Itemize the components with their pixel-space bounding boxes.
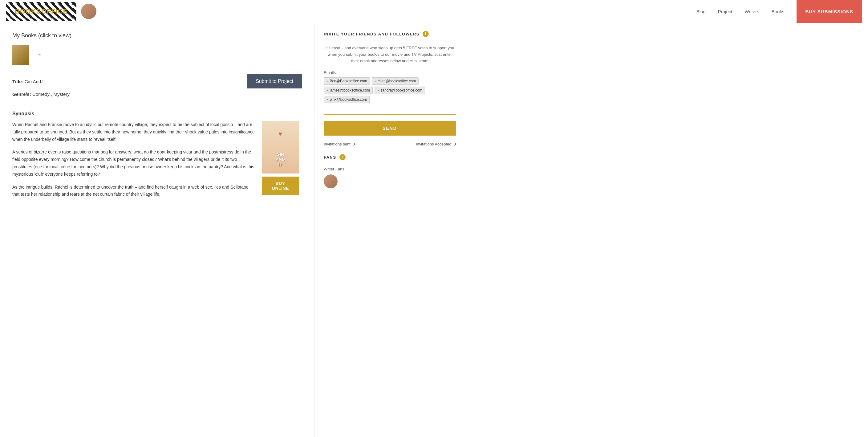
book-title-label: Title: Gin And It xyxy=(12,79,45,84)
remove-email-5[interactable]: × xyxy=(327,98,328,101)
nav-books[interactable]: Books xyxy=(772,9,784,14)
remove-email-2[interactable]: × xyxy=(375,79,376,83)
writer-fans-label: Writer Fans xyxy=(324,167,456,171)
my-books-title: My Books (click to view) xyxy=(12,32,302,39)
email-tag-2-value: ellen@booksoffice.com xyxy=(378,79,416,83)
email-tag-1-value: Ben@Booksoffice.com xyxy=(330,79,367,83)
synopsis-p2: A series of bizarre events raise questio… xyxy=(12,149,256,178)
avatar-image xyxy=(81,4,96,19)
logo[interactable]: BOOKSOFFICE xyxy=(6,2,76,21)
invite-title-text: INVITE YOUR FRIENDS AND FOLLOWERS xyxy=(324,32,420,36)
book-thumb-image xyxy=(12,45,29,65)
nav-project[interactable]: Project xyxy=(718,9,733,14)
logo-text: BOOKSOFFICE xyxy=(10,4,73,19)
book-cover-image: ♥ GINANDIT xyxy=(262,121,299,174)
remove-email-3[interactable]: × xyxy=(327,88,328,92)
header-left: BOOKSOFFICE xyxy=(6,2,96,21)
book-thumbnails: + xyxy=(12,45,302,65)
main-nav: Blog Project Writers Books BUY SUBMISSIO… xyxy=(696,0,862,23)
heart-icon: ♥ xyxy=(278,130,282,138)
invitations-accepted: Invitations Accepted: 0 xyxy=(416,142,456,146)
invitations-sent-count: 0 xyxy=(353,142,355,146)
title-key: Title: xyxy=(12,79,23,84)
nav-blog[interactable]: Blog xyxy=(696,9,706,14)
genre-row: Genre/s: Comedy , Mystery xyxy=(12,91,302,97)
email-tag-5[interactable]: × pink@booksoffice.com xyxy=(324,96,370,103)
synopsis-section: Synopsis When Rachel and Frankie move to… xyxy=(12,111,302,204)
buy-submissions-button[interactable]: BUY SUBMISSIONS xyxy=(797,0,862,23)
email-tag-4-value: sandra@booksoffice.com xyxy=(381,88,422,92)
genre-key: Genre/s: xyxy=(12,91,31,97)
synopsis-title: Synopsis xyxy=(12,111,302,116)
invite-divider xyxy=(324,40,456,40)
invitations-accepted-count: 0 xyxy=(454,142,456,146)
fans-info-icon[interactable]: i xyxy=(339,154,346,160)
buy-online-button[interactable]: BUY ONLINE xyxy=(262,177,299,195)
submit-to-project-button[interactable]: Submit to Project xyxy=(247,74,302,88)
left-content: My Books (click to view) + Title: Gin An… xyxy=(0,23,314,437)
send-button[interactable]: SEND xyxy=(324,121,456,136)
remove-email-1[interactable]: × xyxy=(327,79,328,83)
fans-section: FANS i Writer Fans xyxy=(324,154,456,188)
email-tags-row: × Ben@Booksoffice.com × ellen@booksoffic… xyxy=(324,77,456,103)
invite-section-title: INVITE YOUR FRIENDS AND FOLLOWERS i xyxy=(324,31,456,37)
genre-values: Comedy , Mystery xyxy=(32,91,70,97)
invite-description: It's easy – and everyone who signs up ge… xyxy=(324,45,456,64)
remove-email-4[interactable]: × xyxy=(377,88,379,92)
right-sidebar: INVITE YOUR FRIENDS AND FOLLOWERS i It's… xyxy=(314,23,465,437)
fans-title-text: FANS xyxy=(324,155,336,159)
fans-divider xyxy=(324,162,456,162)
fans-title: FANS i xyxy=(324,154,456,160)
book-info-section: Title: Gin And It Submit to Project Genr… xyxy=(12,74,302,97)
invite-info-icon[interactable]: i xyxy=(423,31,429,37)
invitations-accepted-label: Invitations Accepted: xyxy=(416,142,453,146)
section-divider xyxy=(12,103,302,103)
book-cover-title: GINANDIT xyxy=(276,152,285,167)
book-cover: ♥ GINANDIT BUY ONLINE xyxy=(262,121,302,204)
title-value: Gin And It xyxy=(25,79,45,84)
fan-avatar xyxy=(324,174,338,188)
invitations-sent: Invitations sent: 0 xyxy=(324,142,355,146)
emails-label: Emails: xyxy=(324,70,456,75)
invitations-sent-label: Invitations sent: xyxy=(324,142,351,146)
email-tag-3-value: james@booksoffice.com xyxy=(330,88,370,92)
email-input[interactable] xyxy=(324,107,456,113)
email-tag-2[interactable]: × ellen@booksoffice.com xyxy=(372,77,418,85)
book-title-row: Title: Gin And It Submit to Project xyxy=(12,74,302,88)
synopsis-text: When Rachel and Frankie move to an idyll… xyxy=(12,121,256,204)
email-tags-container[interactable]: × Ben@Booksoffice.com × ellen@booksoffic… xyxy=(324,77,456,115)
email-tag-3[interactable]: × james@booksoffice.com xyxy=(324,87,373,94)
add-book-button[interactable]: + xyxy=(33,49,45,61)
invitations-row: Invitations sent: 0 Invitations Accepted… xyxy=(324,142,456,146)
synopsis-p3: As the intrigue builds, Rachel is determ… xyxy=(12,184,256,199)
email-tag-1[interactable]: × Ben@Booksoffice.com xyxy=(324,77,370,85)
nav-writers[interactable]: Writers xyxy=(744,9,759,14)
email-tag-4[interactable]: × sandra@booksoffice.com xyxy=(375,87,425,94)
avatar[interactable] xyxy=(81,4,96,19)
header: BOOKSOFFICE Blog Project Writers Books B… xyxy=(0,0,868,23)
email-tag-5-value: pink@booksoffice.com xyxy=(330,97,367,102)
synopsis-content: When Rachel and Frankie move to an idyll… xyxy=(12,121,302,204)
book-thumbnail[interactable] xyxy=(12,45,29,65)
synopsis-p1: When Rachel and Frankie move to an idyll… xyxy=(12,121,256,143)
main-layout: My Books (click to view) + Title: Gin An… xyxy=(0,23,868,437)
